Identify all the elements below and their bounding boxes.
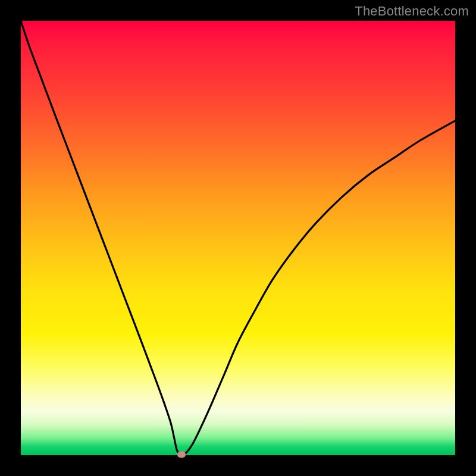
curve-svg [21, 21, 455, 455]
watermark-text: TheBottleneck.com [355, 4, 469, 19]
plot-area [21, 21, 455, 455]
bottleneck-curve [21, 21, 455, 455]
chart-frame: TheBottleneck.com [0, 0, 476, 476]
optimum-marker [177, 451, 186, 458]
